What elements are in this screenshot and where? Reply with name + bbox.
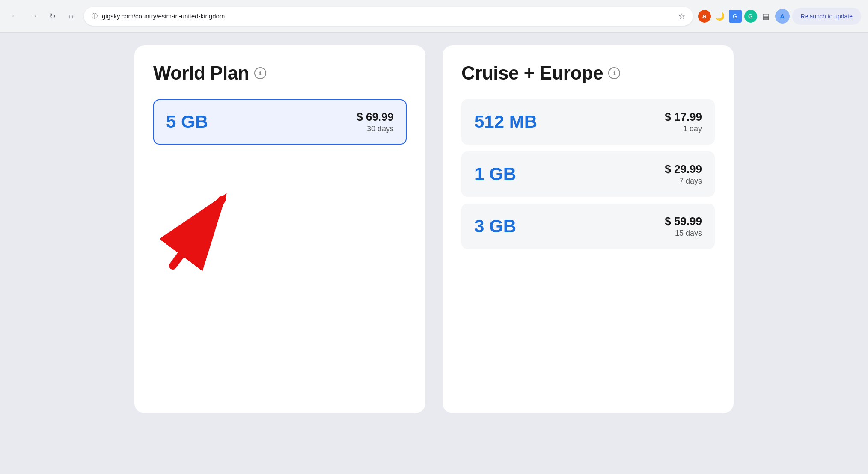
nav-buttons: ← → ↻ ⌂ bbox=[7, 9, 79, 24]
world-plan-title-row: World Plan ℹ bbox=[153, 62, 407, 84]
extension-grammarly-icon[interactable]: G bbox=[744, 10, 757, 23]
cruise-europe-pricing-512mb: $ 17.99 1 day bbox=[665, 110, 702, 133]
cruise-europe-data-512mb: 512 MB bbox=[474, 112, 537, 132]
world-plan-option-5gb[interactable]: 5 GB $ 69.99 30 days bbox=[153, 99, 407, 145]
cruise-europe-price-3gb: $ 59.99 bbox=[665, 215, 702, 228]
url-text: gigsky.com/country/esim-in-united-kingdo… bbox=[102, 12, 674, 20]
cruise-europe-duration-1gb: 7 days bbox=[665, 177, 702, 186]
reload-button[interactable]: ↻ bbox=[45, 9, 60, 24]
security-icon: ⓘ bbox=[92, 12, 98, 20]
toolbar-icons: a 🌙 G G ▤ A Relaunch to update bbox=[698, 8, 861, 25]
cruise-europe-title: Cruise + Europe bbox=[461, 62, 603, 84]
svg-line-1 bbox=[173, 199, 222, 266]
cruise-europe-price-1gb: $ 29.99 bbox=[665, 163, 702, 176]
extension-dark-mode-icon[interactable]: 🌙 bbox=[713, 10, 726, 23]
cruise-europe-duration-3gb: 15 days bbox=[665, 229, 702, 238]
cruise-europe-pricing-3gb: $ 59.99 15 days bbox=[665, 215, 702, 238]
red-arrow-svg bbox=[160, 187, 233, 272]
cruise-europe-pricing-1gb: $ 29.99 7 days bbox=[665, 163, 702, 186]
cruise-europe-option-3gb[interactable]: 3 GB $ 59.99 15 days bbox=[461, 204, 715, 249]
world-plan-data-5gb: 5 GB bbox=[166, 112, 208, 132]
extension-translate-icon[interactable]: G bbox=[729, 10, 742, 23]
cruise-europe-duration-512mb: 1 day bbox=[665, 124, 702, 133]
cruise-europe-data-3gb: 3 GB bbox=[474, 216, 516, 237]
red-arrow-annotation bbox=[160, 187, 229, 272]
world-plan-card: World Plan ℹ 5 GB $ 69.99 30 days bbox=[134, 45, 425, 413]
forward-button[interactable]: → bbox=[26, 9, 41, 24]
back-button[interactable]: ← bbox=[7, 9, 22, 24]
home-button[interactable]: ⌂ bbox=[63, 9, 79, 24]
world-plan-price-5gb: $ 69.99 bbox=[357, 110, 394, 124]
cruise-europe-price-512mb: $ 17.99 bbox=[665, 110, 702, 124]
cruise-europe-info-icon[interactable]: ℹ bbox=[608, 67, 620, 79]
bookmark-icon[interactable]: ☆ bbox=[678, 12, 685, 21]
world-plan-pricing-5gb: $ 69.99 30 days bbox=[357, 110, 394, 133]
cruise-europe-card: Cruise + Europe ℹ 512 MB $ 17.99 1 day 1… bbox=[443, 45, 734, 413]
profile-avatar[interactable]: A bbox=[775, 9, 790, 24]
extension-puzzle-icon[interactable]: ▤ bbox=[760, 10, 773, 23]
world-plan-info-icon[interactable]: ℹ bbox=[254, 67, 266, 79]
cruise-europe-data-1gb: 1 GB bbox=[474, 164, 516, 184]
extension-amazon-icon[interactable]: a bbox=[698, 10, 711, 23]
cruise-europe-option-512mb[interactable]: 512 MB $ 17.99 1 day bbox=[461, 99, 715, 145]
world-plan-title: World Plan bbox=[153, 62, 249, 84]
address-bar[interactable]: ⓘ gigsky.com/country/esim-in-united-king… bbox=[84, 7, 693, 26]
relaunch-button[interactable]: Relaunch to update bbox=[792, 8, 861, 25]
browser-chrome: ← → ↻ ⌂ ⓘ gigsky.com/country/esim-in-uni… bbox=[0, 0, 868, 33]
world-plan-duration-5gb: 30 days bbox=[357, 124, 394, 133]
cruise-europe-option-1gb[interactable]: 1 GB $ 29.99 7 days bbox=[461, 151, 715, 197]
cruise-europe-title-row: Cruise + Europe ℹ bbox=[461, 62, 715, 84]
page-content: World Plan ℹ 5 GB $ 69.99 30 days bbox=[0, 33, 868, 474]
